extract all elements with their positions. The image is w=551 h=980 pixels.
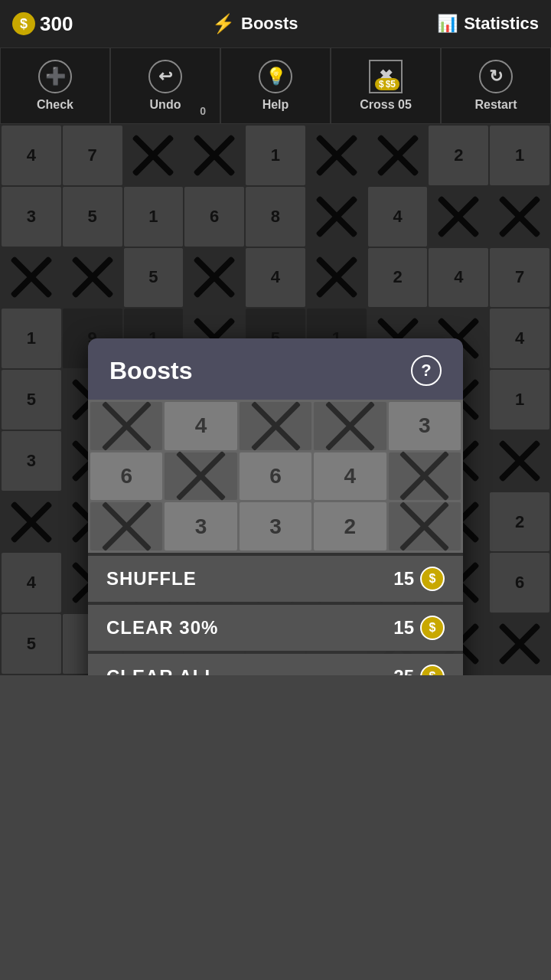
modal-bg-grid: 4 3 6 6 4 3 3 2 — [88, 400, 463, 553]
mbcell: 4 — [314, 452, 386, 501]
clearall-label: CLEAR ALL — [106, 666, 217, 675]
clear30-coin-icon: $ — [420, 616, 445, 640]
score-value: 300 — [40, 12, 73, 36]
cross-icon: ✖ $ $5 — [369, 60, 403, 93]
mbcell: 6 — [240, 452, 311, 501]
mbcell: 3 — [240, 502, 311, 550]
mbcell: 6 — [90, 452, 162, 501]
stats-label: Statistics — [464, 14, 539, 34]
clearall-boost-button[interactable]: CLEAR ALL 25 $ — [88, 654, 463, 675]
check-button[interactable]: ➕ Check — [0, 47, 110, 124]
mbcell: 3 — [165, 502, 236, 550]
shuffle-coin-icon: $ — [420, 567, 445, 591]
mbcell: 4 — [165, 402, 236, 450]
mbcell — [90, 402, 162, 450]
shuffle-label: SHUFFLE — [106, 568, 197, 590]
boosts-modal: Boosts ? 4 3 6 6 4 — [88, 338, 463, 675]
boosts-button[interactable]: ⚡ Boosts — [212, 13, 298, 34]
undo-count: 0 — [200, 105, 206, 117]
stats-icon: 📊 — [437, 14, 458, 34]
help-button[interactable]: 💡 Help — [220, 47, 331, 124]
modal-title: Boosts — [109, 357, 192, 385]
mbcell — [389, 502, 461, 550]
restart-button[interactable]: ↻ Restart — [441, 47, 551, 124]
restart-label: Restart — [474, 98, 517, 112]
mbcell: 2 — [314, 502, 386, 550]
mbcell — [314, 402, 386, 450]
undo-button[interactable]: ↩ Undo 0 — [110, 47, 220, 124]
check-label: Check — [37, 98, 73, 112]
nav-bar: ➕ Check ↩ Undo 0 💡 Help ✖ $ $5 Cross 05 … — [0, 47, 551, 124]
modal-header: Boosts ? — [88, 338, 463, 400]
cross-cost: $5 — [386, 79, 396, 90]
shuffle-cost-value: 15 — [393, 568, 414, 590]
mbcell — [90, 502, 162, 550]
mbcell — [165, 452, 236, 501]
shuffle-cost: 15 $ — [393, 567, 445, 591]
cross-button[interactable]: ✖ $ $5 Cross 05 — [331, 47, 441, 124]
clear30-cost: 15 $ — [393, 616, 445, 640]
clear30-label: CLEAR 30% — [106, 617, 218, 639]
coin-small-icon: $ — [379, 79, 384, 90]
bolt-icon: ⚡ — [212, 13, 235, 34]
clearall-cost: 25 $ — [393, 665, 445, 675]
modal-help-button[interactable]: ? — [411, 355, 442, 386]
clearall-cost-value: 25 — [393, 666, 414, 675]
check-icon: ➕ — [38, 60, 72, 93]
mbcell: 3 — [389, 402, 461, 450]
top-bar: $ 300 ⚡ Boosts 📊 Statistics — [0, 0, 551, 47]
help-icon: 💡 — [259, 60, 292, 93]
help-label: Help — [262, 98, 289, 112]
mbcell — [240, 402, 311, 450]
cross-label: Cross 05 — [360, 98, 412, 112]
modal-bg-area: 4 3 6 6 4 3 3 2 — [88, 400, 463, 553]
clear30-boost-button[interactable]: CLEAR 30% 15 $ — [88, 605, 463, 651]
score-display: $ 300 — [12, 12, 73, 36]
question-icon: ? — [421, 361, 431, 381]
coin-icon: $ — [12, 12, 35, 35]
bottom-area — [0, 675, 551, 980]
stats-button[interactable]: 📊 Statistics — [437, 14, 539, 34]
undo-label: Undo — [150, 98, 181, 112]
undo-icon: ↩ — [148, 60, 182, 93]
modal-overlay[interactable]: Boosts ? 4 3 6 6 4 — [0, 124, 551, 675]
game-area: 4 7 1 2 1 3 5 1 6 8 4 5 4 2 4 7 1 9 1 5 … — [0, 124, 551, 675]
clear30-cost-value: 15 — [393, 617, 414, 639]
clearall-coin-icon: $ — [420, 665, 445, 675]
cross-badge: $ $5 — [375, 78, 399, 90]
restart-icon: ↻ — [479, 60, 513, 93]
boosts-label: Boosts — [241, 14, 298, 34]
mbcell — [389, 452, 461, 501]
shuffle-boost-button[interactable]: SHUFFLE 15 $ — [88, 556, 463, 602]
